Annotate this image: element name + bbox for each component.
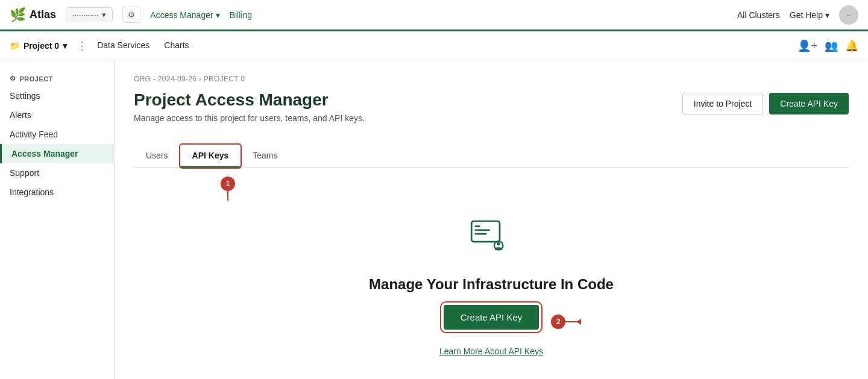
tabs-container: Users API Keys Teams 1 <box>134 145 849 168</box>
sidebar-section-text: PROJECT <box>20 75 53 83</box>
sidebar-item-label: Activity Feed <box>10 130 58 139</box>
sidebar-item-label: Access Manager <box>11 149 78 158</box>
person-plus-icon: 👤+ <box>797 40 817 52</box>
breadcrumb-org: ORG - 2024-09-26 <box>134 75 197 83</box>
second-nav-left: 📁 Project 0 ▾ ⋮ Data Services Charts <box>10 38 189 54</box>
annotation-circle-1: 1 <box>221 177 235 191</box>
page-header-left: Project Access Manager Manage access to … <box>134 90 365 135</box>
breadcrumb-separator: › <box>199 75 204 83</box>
manage-access-button[interactable]: 👥 <box>825 39 838 52</box>
user-avatar[interactable]: ·· <box>839 5 858 25</box>
sidebar-item-access-manager[interactable]: Access Manager <box>0 144 114 163</box>
create-button-wrapper: Create API Key 2 <box>444 305 539 338</box>
learn-more-link[interactable]: Learn More About API Keys <box>439 346 543 356</box>
org-dropdown-label: ············ <box>72 10 98 19</box>
sidebar-item-settings[interactable]: Settings <box>0 86 114 105</box>
bell-icon: 🔔 <box>845 40 858 52</box>
project-more-options[interactable]: ⋮ <box>74 39 90 52</box>
sidebar-item-activity-feed[interactable]: Activity Feed <box>0 125 114 144</box>
page-header-row: Project Access Manager Manage access to … <box>134 90 849 135</box>
people-icon: 👥 <box>825 40 838 52</box>
gear-icon: ⚙ <box>128 10 135 19</box>
tab-api-keys-label: API Keys <box>192 151 229 160</box>
get-help-label: Get Help <box>790 10 823 20</box>
annotation-2-wrapper: 2 <box>551 321 581 322</box>
breadcrumb: ORG - 2024-09-26 › PROJECT 0 <box>134 75 849 83</box>
sidebar-item-alerts[interactable]: Alerts <box>0 105 114 125</box>
app-layout: ⚙ PROJECT Settings Alerts Activity Feed … <box>0 60 868 379</box>
chevron-down-icon-help: ▾ <box>825 10 829 20</box>
chevron-down-icon: ▾ <box>102 10 106 19</box>
tab-api-keys[interactable]: API Keys <box>180 145 241 168</box>
sidebar-item-label: Integrations <box>10 187 54 197</box>
breadcrumb-project: PROJECT 0 <box>204 75 245 83</box>
logo-leaf-icon: 🌿 <box>10 7 26 23</box>
page-subtitle: Manage access to this project for users,… <box>134 113 365 123</box>
notifications-button[interactable]: 🔔 <box>845 39 858 52</box>
access-manager-nav-link[interactable]: Access Manager ▾ <box>150 10 219 20</box>
second-navigation: 📁 Project 0 ▾ ⋮ Data Services Charts 👤+ … <box>0 31 868 60</box>
sidebar-item-label: Alerts <box>10 110 31 120</box>
sidebar-item-integrations[interactable]: Integrations <box>0 183 114 202</box>
tab-teams-label: Teams <box>253 151 277 160</box>
create-api-key-header-button[interactable]: Create API Key <box>769 93 849 114</box>
project-chevron-icon: ▾ <box>63 41 67 51</box>
gear-section-icon: ⚙ <box>10 75 16 83</box>
annotation-1-wrapper: 1 <box>227 177 228 201</box>
svg-rect-2 <box>475 230 490 231</box>
charts-link[interactable]: Charts <box>164 38 189 54</box>
project-name: Project 0 <box>24 41 59 51</box>
second-nav-links: Data Services Charts <box>97 38 189 54</box>
billing-nav-label: Billing <box>230 10 252 20</box>
page-title: Project Access Manager <box>134 90 365 110</box>
main-content: ORG - 2024-09-26 › PROJECT 0 Project Acc… <box>115 60 868 379</box>
svg-point-5 <box>497 242 500 245</box>
project-folder-icon: 📁 <box>10 41 20 51</box>
infrastructure-icon <box>467 216 515 264</box>
settings-gear-button[interactable]: ⚙ <box>122 7 140 23</box>
sidebar-item-label: Settings <box>10 91 40 101</box>
top-navigation: 🌿 Atlas ············ ▾ ⚙ Access Manager … <box>0 0 868 31</box>
header-actions: Invite to Project Create API Key <box>682 93 849 114</box>
top-nav-right: All Clusters Get Help ▾ ·· <box>737 5 858 25</box>
chevron-down-icon-nav: ▾ <box>216 10 220 20</box>
sidebar-item-label: Support <box>10 168 39 178</box>
logo-text: Atlas <box>30 8 56 21</box>
project-selector[interactable]: 📁 Project 0 ▾ <box>10 41 67 51</box>
sidebar-section-label: ⚙ PROJECT <box>0 70 114 86</box>
tabs: Users API Keys Teams <box>134 145 849 168</box>
create-api-key-main-button[interactable]: Create API Key <box>444 305 539 330</box>
tab-users[interactable]: Users <box>134 145 180 168</box>
svg-rect-3 <box>475 233 487 235</box>
invite-user-button[interactable]: 👤+ <box>797 39 817 52</box>
sidebar: ⚙ PROJECT Settings Alerts Activity Feed … <box>0 60 115 379</box>
billing-nav-link[interactable]: Billing <box>230 10 252 20</box>
access-manager-nav-label: Access Manager <box>150 10 213 20</box>
svg-rect-1 <box>475 225 480 227</box>
empty-state-title: Manage Your Infrastructure In Code <box>369 276 614 293</box>
get-help-button[interactable]: Get Help ▾ <box>790 10 829 20</box>
annotation-circle-2: 2 <box>551 315 565 329</box>
tab-users-label: Users <box>146 151 168 160</box>
top-nav-left: 🌿 Atlas ············ ▾ ⚙ Access Manager … <box>10 7 252 23</box>
sidebar-item-support[interactable]: Support <box>0 163 114 183</box>
svg-rect-0 <box>471 221 500 242</box>
avatar-initials: ·· <box>847 11 851 19</box>
tab-teams[interactable]: Teams <box>241 145 289 168</box>
invite-to-project-button[interactable]: Invite to Project <box>682 93 764 114</box>
data-services-link[interactable]: Data Services <box>97 38 149 54</box>
second-nav-right: 👤+ 👥 🔔 <box>797 39 858 52</box>
empty-state: Manage Your Infrastructure In Code Creat… <box>134 192 849 368</box>
all-clusters-button[interactable]: All Clusters <box>737 10 780 20</box>
atlas-logo[interactable]: 🌿 Atlas <box>10 7 56 23</box>
org-dropdown[interactable]: ············ ▾ <box>66 7 113 22</box>
